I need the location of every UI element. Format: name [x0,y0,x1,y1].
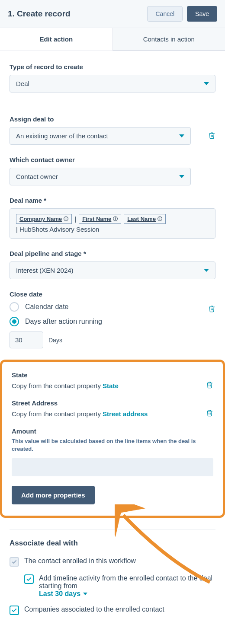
tab-edit-action[interactable]: Edit action [0,28,113,51]
info-icon: ⓘ [64,216,68,222]
select-pipeline-value: Interest (XEN 2024) [16,267,74,274]
timeline-range-dropdown[interactable]: Last 30 days [39,590,87,598]
checkbox-label-timeline: Add timeline activity from the enrolled … [39,574,215,598]
radio-calendar-date[interactable] [10,302,19,312]
select-record-type[interactable]: Deal [10,75,215,92]
trash-icon[interactable] [208,305,215,314]
divider [10,104,215,104]
state-property-link[interactable]: State [103,382,119,389]
token-first-name[interactable]: First Name ⓘ [79,214,121,224]
select-which-owner-value: Contact owner [16,173,58,180]
tabs: Edit action Contacts in action [0,28,225,51]
tab-contacts-in-action[interactable]: Contacts in action [113,28,225,51]
radio-label-days: Days after action running [25,318,102,325]
chevron-down-icon [179,175,184,178]
highlight-annotation: State Copy from the contact property Sta… [0,360,225,518]
label-state: State [12,371,213,379]
label-assign-to: Assign deal to [10,115,215,123]
checkbox-label-companies: Companies associated to the enrolled con… [24,606,164,613]
info-icon: ⓘ [158,216,162,222]
deal-name-text: | HubShots Advisory Session [16,226,209,233]
radio-label-calendar: Calendar date [25,303,69,311]
street-copy-text: Copy from the contact property Street ad… [12,410,148,418]
trash-icon[interactable] [208,132,215,140]
label-amount: Amount [12,427,213,435]
checkbox-label-enrolled: The contact enrolled in this workflow [24,557,136,565]
amount-input-disabled [12,458,213,476]
header-actions: Cancel Save [147,6,217,22]
select-pipeline[interactable]: Interest (XEN 2024) [10,261,215,279]
label-record-type: Type of record to create [10,63,215,70]
label-deal-name: Deal name * [10,197,215,204]
trash-icon[interactable] [206,409,213,418]
select-which-owner[interactable]: Contact owner [10,168,191,185]
checkbox-companies-associated[interactable] [10,606,19,615]
select-assign-to-value: An existing owner of the contact [16,132,108,140]
info-icon: ⓘ [113,216,118,222]
chevron-down-icon [204,269,209,272]
panel-header: 1. Create record Cancel Save [0,0,225,28]
amount-helper: This value will be calculated based on t… [12,437,213,453]
label-pipeline: Deal pipeline and stage * [10,250,215,257]
save-button[interactable]: Save [187,6,217,22]
deal-name-input[interactable]: Company Name ⓘ | First Name ⓘ Last Name … [10,208,215,239]
label-associate: Associate deal with [10,539,215,548]
label-which-owner: Which contact owner [10,156,215,163]
add-more-properties-button[interactable]: Add more properties [12,486,95,504]
days-unit: Days [48,337,62,344]
select-assign-to[interactable]: An existing owner of the contact [10,127,191,145]
street-property-link[interactable]: Street address [103,410,148,418]
divider [10,529,215,529]
trash-icon[interactable] [206,381,213,390]
chevron-down-icon [179,134,184,137]
label-close-date: Close date [10,290,215,298]
chevron-down-icon [83,593,87,595]
checkbox-enrolled-contact [10,557,19,567]
cancel-button[interactable]: Cancel [147,6,183,22]
chevron-down-icon [204,82,209,85]
panel-title: 1. Create record [8,9,71,19]
token-last-name[interactable]: Last Name ⓘ [124,214,166,224]
state-copy-text: Copy from the contact property State [12,382,119,389]
token-company-name[interactable]: Company Name ⓘ [16,214,72,224]
radio-days-after[interactable] [10,317,19,326]
days-input[interactable] [10,332,43,348]
checkbox-timeline-activity[interactable] [24,574,34,584]
label-street: Street Address [12,399,213,407]
select-record-type-value: Deal [16,80,29,87]
